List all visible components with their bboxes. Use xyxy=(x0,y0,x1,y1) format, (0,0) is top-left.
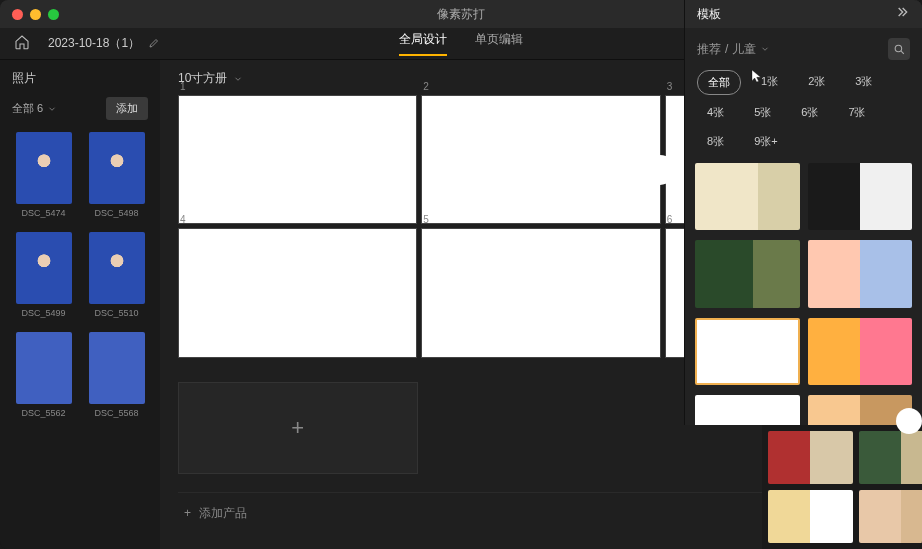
panel-drag-handle[interactable] xyxy=(645,155,675,185)
photo-thumb[interactable]: DSC_5474 xyxy=(12,132,75,218)
template-thumb[interactable] xyxy=(768,431,853,484)
template-thumb[interactable] xyxy=(808,240,913,307)
album-page[interactable]: 5 xyxy=(421,228,660,357)
chevron-down-icon xyxy=(233,74,243,84)
template-thumb[interactable] xyxy=(859,490,922,543)
photo-thumbs: DSC_5474 DSC_5498 DSC_5499 DSC_5510 DSC_… xyxy=(12,132,148,418)
project-name: 2023-10-18（1） xyxy=(48,35,140,52)
add-photo-button[interactable]: 添加 xyxy=(106,97,148,120)
plus-icon: + xyxy=(291,415,304,441)
window-controls xyxy=(0,9,59,20)
template-thumb[interactable] xyxy=(695,240,800,307)
search-button[interactable] xyxy=(888,38,910,60)
photo-thumb[interactable]: DSC_5510 xyxy=(85,232,148,318)
templates-title: 模板 xyxy=(697,6,721,23)
chip-8[interactable]: 8张 xyxy=(697,130,734,153)
chevron-down-icon xyxy=(760,44,770,54)
template-grid-overflow xyxy=(762,425,922,549)
header-tabs: 全局设计 单页编辑 xyxy=(399,31,523,56)
svg-point-0 xyxy=(895,45,902,52)
photos-panel: 照片 全部 6 添加 DSC_5474 DSC_5498 DSC_5499 DS… xyxy=(0,60,160,549)
template-thumb[interactable] xyxy=(695,163,800,230)
chip-2[interactable]: 2张 xyxy=(798,70,835,95)
tab-global-design[interactable]: 全局设计 xyxy=(399,31,447,56)
collapse-panel-icon[interactable] xyxy=(894,4,910,24)
photos-filter[interactable]: 全部 6 xyxy=(12,101,57,116)
chip-all[interactable]: 全部 xyxy=(697,70,741,95)
close-window-button[interactable] xyxy=(12,9,23,20)
template-thumb[interactable] xyxy=(695,395,800,425)
template-thumb[interactable] xyxy=(768,490,853,543)
template-thumb[interactable] xyxy=(808,318,913,385)
plus-icon: + xyxy=(184,506,191,520)
album-page[interactable]: 4 xyxy=(178,228,417,357)
chip-5[interactable]: 5张 xyxy=(744,101,781,124)
chip-9plus[interactable]: 9张+ xyxy=(744,130,788,153)
tab-single-page[interactable]: 单页编辑 xyxy=(475,31,523,56)
photo-thumb[interactable]: DSC_5498 xyxy=(85,132,148,218)
photo-thumb[interactable]: DSC_5499 xyxy=(12,232,75,318)
chip-6[interactable]: 6张 xyxy=(791,101,828,124)
add-page-slot[interactable]: + xyxy=(178,382,418,474)
template-count-chips: 全部 1张 2张 3张 4张 5张 6张 7张 8张 9张+ xyxy=(685,66,922,163)
minimize-window-button[interactable] xyxy=(30,9,41,20)
album-page[interactable]: 2 xyxy=(421,95,660,224)
add-product-label: 添加产品 xyxy=(199,505,247,522)
photos-filter-label: 全部 6 xyxy=(12,101,43,116)
template-thumb[interactable] xyxy=(695,318,800,385)
template-thumb[interactable] xyxy=(859,431,922,484)
album-page[interactable]: 1 xyxy=(178,95,417,224)
template-category-selector[interactable]: 推荐 / 儿童 xyxy=(697,41,770,58)
panel-drag-handle[interactable] xyxy=(896,408,922,434)
templates-panel: 模板 推荐 / 儿童 全部 1张 2张 3张 4张 5张 6张 7张 xyxy=(684,0,922,425)
chip-4[interactable]: 4张 xyxy=(697,101,734,124)
chip-3[interactable]: 3张 xyxy=(845,70,882,95)
edit-icon[interactable] xyxy=(148,35,160,53)
chip-7[interactable]: 7张 xyxy=(838,101,875,124)
template-thumb[interactable] xyxy=(808,163,913,230)
template-grid xyxy=(685,163,922,425)
cursor-icon xyxy=(748,68,764,88)
search-icon xyxy=(893,43,906,56)
home-icon[interactable] xyxy=(14,34,30,54)
photo-thumb[interactable]: DSC_5562 xyxy=(12,332,75,418)
photo-thumb[interactable]: DSC_5568 xyxy=(85,332,148,418)
maximize-window-button[interactable] xyxy=(48,9,59,20)
photos-title: 照片 xyxy=(12,70,148,87)
chevron-down-icon xyxy=(47,104,57,114)
